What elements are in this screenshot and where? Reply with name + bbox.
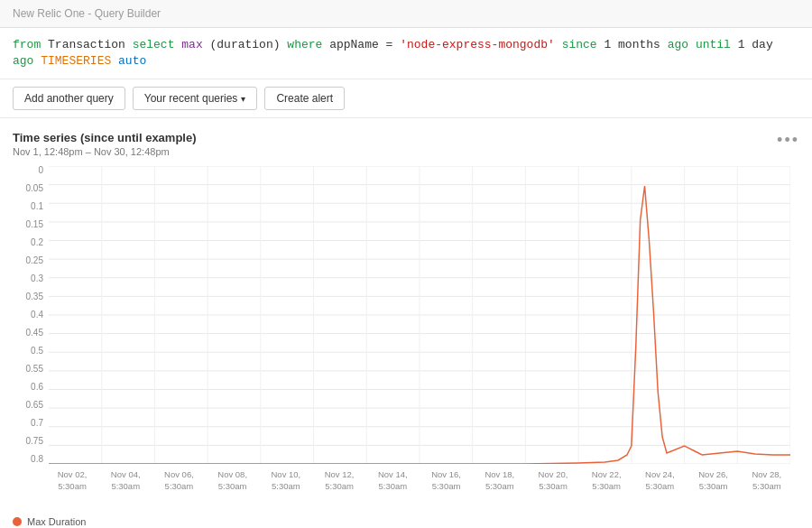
line-chart-svg: [49, 166, 790, 464]
y-label: 0: [38, 166, 43, 175]
x-label: Nov 24,5:30am: [636, 469, 683, 492]
legend: Max Duration: [0, 509, 812, 528]
x-label: Nov 28,5:30am: [743, 469, 790, 492]
chart-menu-icon[interactable]: •••: [777, 131, 799, 150]
x-label: Nov 20,5:30am: [530, 469, 577, 492]
x-label: Nov 02,5:30am: [49, 469, 96, 492]
query-bar: from Transaction select max (duration) w…: [0, 28, 812, 79]
x-label: Nov 12,5:30am: [316, 469, 363, 492]
create-alert-button[interactable]: Create alert: [264, 87, 345, 110]
y-axis: 0.8 0.75 0.7 0.65 0.6 0.55 0.5 0.45 0.4 …: [13, 166, 49, 464]
y-label: 0.4: [31, 310, 43, 320]
chevron-down-icon: ▾: [241, 94, 245, 104]
chart-title: Time series (since until example): [13, 131, 799, 144]
y-label: 0.55: [26, 365, 43, 374]
y-label: 0.75: [26, 437, 43, 446]
legend-label: Max Duration: [27, 516, 86, 527]
y-label: 0.3: [31, 274, 43, 283]
x-label: Nov 16,5:30am: [423, 469, 470, 492]
y-label: 0.35: [26, 292, 43, 301]
recent-queries-button[interactable]: Your recent queries ▾: [133, 87, 258, 110]
y-label: 0.65: [26, 401, 43, 410]
x-label: Nov 04,5:30am: [102, 469, 149, 492]
y-label: 0.2: [31, 238, 43, 247]
x-label: Nov 18,5:30am: [476, 469, 523, 492]
top-bar-title: New Relic One - Query Builder: [13, 7, 161, 20]
toolbar: Add another query Your recent queries ▾ …: [0, 79, 812, 118]
y-label: 0.7: [31, 419, 43, 428]
y-label: 0.5: [31, 347, 43, 356]
x-label: Nov 14,5:30am: [369, 469, 416, 492]
y-label: 0.25: [26, 256, 43, 265]
x-label: Nov 06,5:30am: [155, 469, 202, 492]
y-label: 0.15: [26, 220, 43, 229]
legend-color-dot: [13, 517, 22, 526]
add-query-button[interactable]: Add another query: [13, 87, 125, 110]
recent-queries-label: Your recent queries: [144, 92, 238, 105]
chart-section: Time series (since until example) Nov 1,…: [0, 118, 812, 509]
y-label: 0.45: [26, 329, 43, 338]
x-label: Nov 22,5:30am: [583, 469, 630, 492]
y-label: 0.8: [31, 455, 43, 464]
chart-container: 0.8 0.75 0.7 0.65 0.6 0.55 0.5 0.45 0.4 …: [13, 166, 799, 509]
top-bar: New Relic One - Query Builder: [0, 0, 812, 28]
y-label: 0.05: [26, 184, 43, 193]
x-label: Nov 26,5:30am: [690, 469, 737, 492]
x-axis: Nov 02,5:30am Nov 04,5:30am Nov 06,5:30a…: [49, 464, 790, 509]
query-text[interactable]: from Transaction select max (duration) w…: [13, 37, 799, 69]
y-label: 0.6: [31, 383, 43, 392]
x-label: Nov 10,5:30am: [263, 469, 309, 492]
x-label: Nov 08,5:30am: [209, 469, 256, 492]
y-label: 0.1: [31, 202, 43, 211]
chart-subtitle: Nov 1, 12:48pm – Nov 30, 12:48pm: [13, 146, 799, 157]
